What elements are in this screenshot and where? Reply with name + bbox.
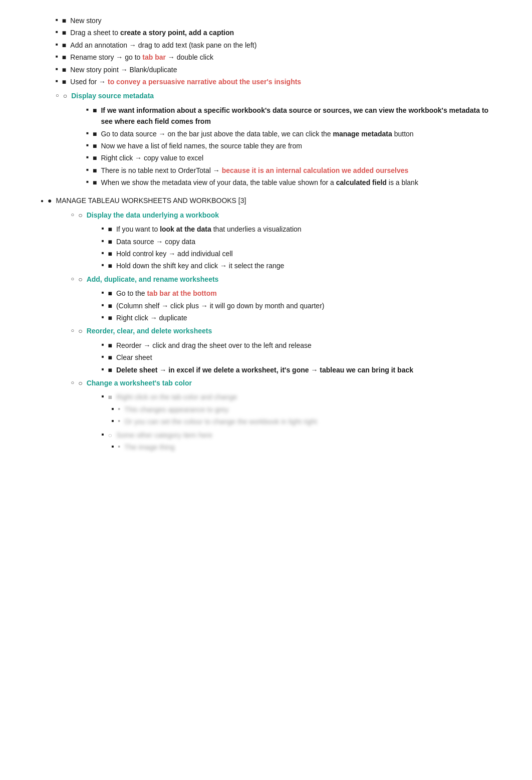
source-metadata-children: ■ If we want information about a specifi… [71, 105, 491, 188]
bullet-icon: ■ [118, 406, 120, 413]
list-item-text: New story point → Blank/duplicate [70, 64, 491, 75]
display-data-content: Display the data underlying a workbook ■… [87, 210, 491, 273]
blurred-sub-list: ■ This changes appearance to grey ■ Or y… [102, 404, 491, 428]
change-tab-color-item: ○ Change a worksheet's tab color ■ Right… [71, 377, 491, 454]
list-item-text: This changes appearance to grey [124, 404, 491, 415]
display-data-item: ○ Display the data underlying a workbook… [71, 210, 491, 273]
main-section-content: MANAGE TABLEAU WORKSHEETS AND WORKBOOKS … [56, 195, 491, 455]
bullet-icon: ■ [108, 300, 112, 311]
document-container: ■ New story ■ Drag a sheet to create a s… [41, 15, 491, 455]
display-source-metadata-label: Display source metadata [71, 92, 154, 100]
list-item: ■ Used for → to convey a persuasive narr… [56, 76, 491, 87]
list-item: ■ New story point → Blank/duplicate [56, 64, 491, 75]
list-item: ■ Now we have a list of field names, the… [86, 140, 491, 151]
list-item: ■ This changes appearance to grey [112, 404, 491, 415]
change-tab-color-label: Change a worksheet's tab color [87, 379, 192, 387]
list-item: ■ Right click → copy value to excel [86, 152, 491, 163]
bullet-icon: ■ [93, 105, 97, 116]
bullet-icon: ■ [108, 312, 112, 323]
list-item-text: Hold control key → add individual cell [116, 248, 491, 259]
list-item-text: Add an annotation → drag to add text (ta… [70, 40, 491, 51]
list-item-text: Go to the tab bar at the bottom [116, 288, 491, 299]
list-item: ■ Delete sheet → in excel if we delete a… [102, 364, 491, 375]
list-item-text: Clear sheet [116, 352, 491, 363]
list-item: ■ Go to data source → on the bar just ab… [86, 128, 491, 139]
display-source-metadata-content: Display source metadata ■ If we want inf… [71, 90, 491, 189]
list-item-text: Some other category item here [116, 430, 491, 441]
bullet-icon: ■ [93, 140, 97, 151]
bullet-icon: ■ [108, 340, 112, 351]
list-item-text: Right click → copy value to excel [101, 152, 491, 163]
top-bullet-list: ■ New story ■ Drag a sheet to create a s… [41, 15, 491, 87]
list-item: ■ Hold down the shift key and click → it… [102, 260, 491, 271]
circle-bullet-icon: ○ [78, 210, 82, 221]
circle-bullet-icon: ○ [78, 325, 82, 336]
main-section-title: MANAGE TABLEAU WORKSHEETS AND WORKBOOKS … [56, 197, 246, 205]
change-tab-color-content: Change a worksheet's tab color ■ Right c… [87, 377, 491, 454]
add-duplicate-label: Add, duplicate, and rename worksheets [87, 275, 219, 283]
list-item: ■ Add an annotation → drag to add text (… [56, 40, 491, 51]
list-item-text: If you want to look at the data that und… [116, 224, 491, 235]
bullet-icon: ■ [62, 76, 66, 87]
list-item-text: When we show the metadata view of your d… [101, 177, 491, 188]
circle-bullet-icon: ○ [63, 90, 67, 101]
bullet-icon: ■ [62, 27, 66, 38]
reorder-clear-label: Reorder, clear, and delete worksheets [87, 327, 212, 335]
list-item: ■ Hold control key → add individual cell [102, 248, 491, 259]
list-item-text: (Column shelf → click plus → it will go … [116, 300, 491, 311]
bullet-icon: ■ [108, 236, 112, 247]
list-item: ■ Right click on the tab color and chang… [102, 392, 491, 403]
list-item: ■ Drag a sheet to create a story point, … [56, 27, 491, 38]
bullet-icon: ■ [108, 288, 112, 299]
bullet-icon: ■ [108, 392, 112, 403]
list-item: ■ The image thing [112, 442, 491, 453]
list-item-text: There is no table next to OrderTotal → b… [101, 165, 491, 176]
blurred-level2-item: ○ Some other category item here [102, 430, 491, 441]
list-item-text: Right click on the tab color and change [116, 392, 491, 403]
reorder-clear-children: ■ Reorder → click and drag the sheet ove… [87, 340, 491, 375]
bullet-dot-icon: ● [48, 195, 52, 206]
list-item-text: If we want information about a specific … [101, 105, 491, 127]
bullet-icon: ■ [93, 152, 97, 163]
add-duplicate-content: Add, duplicate, and rename worksheets ■ … [87, 274, 491, 325]
display-data-underlying-list: ○ Display the data underlying a workbook… [56, 210, 491, 454]
list-item: ■ Rename story → go to tab bar → double … [56, 52, 491, 63]
list-item-text: Hold down the shift key and click → it s… [116, 260, 491, 271]
list-item: ■ New story [56, 15, 491, 26]
list-item: ■ When we show the metadata view of your… [86, 177, 491, 188]
list-item: ■ There is no table next to OrderTotal →… [86, 165, 491, 176]
bullet-icon: ■ [108, 248, 112, 259]
display-source-metadata-list: ○ Display source metadata ■ If we want i… [41, 90, 491, 189]
reorder-clear-content: Reorder, clear, and delete worksheets ■ … [87, 325, 491, 376]
list-item: ■ (Column shelf → click plus → it will g… [102, 300, 491, 311]
bullet-icon: ■ [118, 444, 120, 450]
add-duplicate-item: ○ Add, duplicate, and rename worksheets … [71, 274, 491, 325]
list-item-text: Reorder → click and drag the sheet over … [116, 340, 491, 351]
list-item-text: Rename story → go to tab bar → double cl… [70, 52, 491, 63]
list-item-text: Go to data source → on the bar just abov… [101, 128, 491, 139]
list-item-text: The image thing [124, 442, 491, 453]
display-data-label: Display the data underlying a workbook [87, 211, 219, 219]
list-item: ■ Data source → copy data [102, 236, 491, 247]
list-item-text: Delete sheet → in excel if we delete a w… [116, 364, 491, 375]
list-item: ■ Reorder → click and drag the sheet ove… [102, 340, 491, 351]
circle-bullet-icon: ○ [78, 274, 82, 285]
bullet-icon: ■ [108, 352, 112, 363]
bullet-icon: ■ [62, 15, 66, 26]
reorder-clear-item: ○ Reorder, clear, and delete worksheets … [71, 325, 491, 376]
list-item-text: New story [70, 15, 491, 26]
bullet-icon: ■ [62, 40, 66, 51]
bullet-icon: ■ [93, 128, 97, 139]
list-item-text: Drag a sheet to create a story point, ad… [70, 27, 491, 38]
list-item: ■ If we want information about a specifi… [86, 105, 491, 127]
list-item-text: Data source → copy data [116, 236, 491, 247]
main-section-list: ● MANAGE TABLEAU WORKSHEETS AND WORKBOOK… [41, 195, 491, 455]
blurred-sub-list2: ■ The image thing [102, 442, 491, 453]
list-item-text: Right click → duplicate [116, 312, 491, 323]
list-item: ■ If you want to look at the data that u… [102, 224, 491, 235]
bullet-icon: ■ [108, 364, 112, 375]
bullet-icon: ■ [108, 224, 112, 235]
add-duplicate-children: ■ Go to the tab bar at the bottom ■ (Col… [87, 288, 491, 323]
list-item-text: Or you can set the colour to change the … [124, 416, 491, 427]
bullet-icon: ■ [118, 418, 120, 425]
